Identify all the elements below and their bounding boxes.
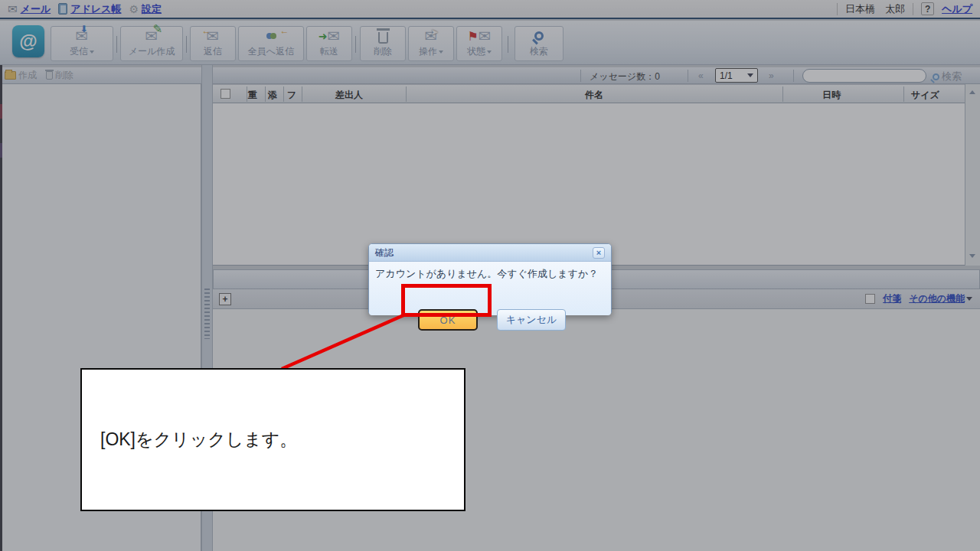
cancel-button[interactable]: キャンセル	[497, 309, 566, 331]
close-icon[interactable]: ×	[593, 247, 605, 259]
dialog-message: アカウントがありません。今すぐ作成しますか？	[375, 267, 598, 281]
annotation-text: [OK]をクリックします。	[100, 428, 297, 452]
highlight-rectangle	[401, 284, 492, 317]
dialog-titlebar[interactable]: 確認 ×	[369, 244, 611, 262]
dialog-title: 確認	[375, 246, 394, 259]
annotation-box: [OK]をクリックします。	[80, 368, 466, 511]
